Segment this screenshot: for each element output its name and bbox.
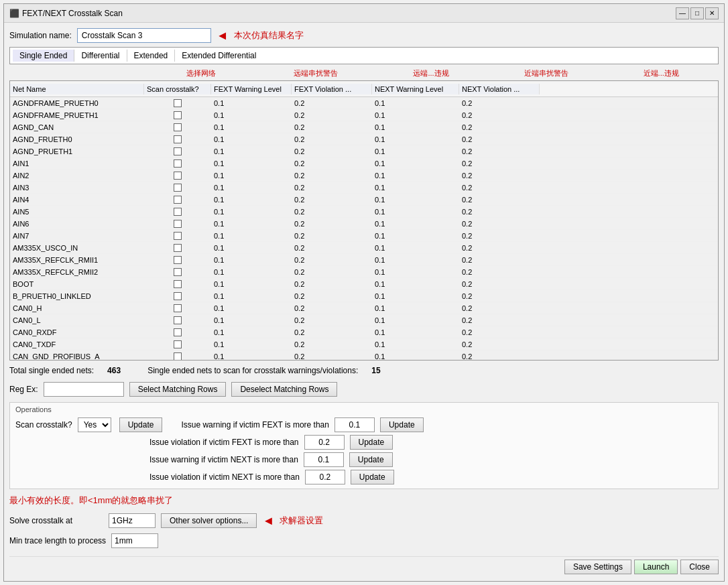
tab-single-ended[interactable]: Single Ended [13,50,74,62]
scan-checkbox-cell[interactable] [144,340,211,349]
fext-warn-update-btn[interactable]: Update [380,417,424,432]
scan-checkbox[interactable] [174,196,182,204]
scan-crosstalk-select[interactable]: Yes No [78,417,111,432]
scan-checkbox[interactable] [174,135,182,143]
scan-checkbox-cell[interactable] [144,267,211,277]
scan-checkbox-cell[interactable] [144,255,211,265]
sim-name-input[interactable] [77,28,211,43]
table-row: BOOT0.10.20.10.2 [10,278,718,290]
scan-checkbox[interactable] [174,352,182,361]
solve-at-input[interactable] [109,513,156,528]
next-warn-update-btn[interactable]: Update [349,452,393,467]
scan-checkbox[interactable] [174,280,182,288]
next-viol-update-btn[interactable]: Update [351,470,394,484]
fext-viol-cell: 0.2 [292,279,372,289]
scan-checkbox[interactable] [174,220,182,228]
scan-crosstalk-update-btn[interactable]: Update [119,417,163,432]
scan-checkbox-cell[interactable] [144,183,211,192]
scan-checkbox[interactable] [174,316,182,324]
maximize-button[interactable]: □ [690,7,704,19]
scan-checkbox[interactable] [174,123,182,131]
scan-checkbox[interactable] [174,159,182,168]
fext-warn-cell: 0.1 [211,243,292,253]
tab-extended[interactable]: Extended [127,50,176,62]
tab-extended-differential[interactable]: Extended Differential [175,50,263,62]
scan-checkbox[interactable] [174,244,182,252]
window-icon: ⬛ [9,9,19,18]
fext-viol-update-btn[interactable]: Update [350,435,393,450]
scan-checkbox-cell[interactable] [144,147,211,156]
next-viol-row: Issue violation if victim NEXT is more t… [149,468,713,486]
scan-checkbox[interactable] [174,208,182,216]
sim-name-arrow: ◄ [217,29,229,43]
scan-checkbox-cell[interactable] [144,231,211,241]
next-warn-input[interactable] [304,452,344,467]
net-name-cell: AM335X_USCO_IN [10,243,144,253]
net-name-cell: AIN2 [10,171,144,180]
net-name-cell: CAN0_H [10,304,144,313]
scan-checkbox-cell[interactable] [144,304,211,313]
th-net-name: Net Name [10,84,144,94]
scan-checkbox-cell[interactable] [144,279,211,289]
scan-checkbox-cell[interactable] [144,352,211,361]
min-trace-input[interactable] [111,533,158,548]
fext-viol-cell: 0.2 [292,267,372,277]
save-settings-btn[interactable]: Save Settings [564,560,631,574]
select-matching-btn[interactable]: Select Matching Rows [129,382,227,397]
table-row: AM335X_REFCLK_RMII10.10.20.10.2 [10,254,718,266]
table-row: AGNDFRAME_PRUETH00.10.20.10.2 [10,97,718,109]
fext-warn-cell: 0.1 [211,99,292,108]
deselect-matching-btn[interactable]: Deselect Matching Rows [231,382,337,397]
close-btn[interactable]: Close [680,560,719,574]
next-viol-input[interactable] [305,470,345,484]
close-button[interactable]: ✕ [705,7,719,19]
solver-section: Solve crosstalk at Other solver options.… [9,512,719,549]
table-header: Net Name Scan crosstalk? FEXT Warning Le… [10,81,718,97]
scan-checkbox-cell[interactable] [144,111,211,120]
tabs-bar: Single Ended Differential Extended Exten… [9,47,719,64]
scan-checkbox-cell[interactable] [144,171,211,180]
scan-checkbox[interactable] [174,256,182,264]
scan-checkbox-cell[interactable] [144,219,211,229]
other-solver-options-btn[interactable]: Other solver options... [161,513,257,528]
scan-checkbox[interactable] [174,232,182,240]
scan-checkbox-cell[interactable] [144,195,211,204]
scan-checkbox-cell[interactable] [144,123,211,132]
next-viol-cell: 0.2 [459,231,540,241]
scan-checkbox[interactable] [174,340,182,348]
scan-checkbox-cell[interactable] [144,328,211,337]
next-warn-cell: 0.1 [372,291,459,301]
scan-checkbox[interactable] [174,172,182,180]
tab-differential[interactable]: Differential [74,50,127,62]
scan-checkbox[interactable] [174,304,182,312]
launch-btn[interactable]: Launch [634,560,678,574]
scan-checkbox[interactable] [174,184,182,192]
scan-checkbox-cell[interactable] [144,99,211,108]
table-row: AGNDFRAME_PRUETH10.10.20.10.2 [10,109,718,121]
scan-checkbox-cell[interactable] [144,207,211,216]
scan-checkbox[interactable] [174,147,182,155]
scan-checkbox[interactable] [174,99,182,107]
scan-checkbox[interactable] [174,268,182,276]
fext-warn-input[interactable] [335,417,375,432]
fext-warn-cell: 0.1 [211,159,292,168]
scan-checkbox-cell[interactable] [144,135,211,144]
scan-checkbox[interactable] [174,328,182,336]
fext-viol-input[interactable] [304,435,345,450]
next-warn-cell: 0.1 [372,316,459,325]
scan-checkbox-cell[interactable] [144,291,211,301]
scan-checkbox[interactable] [174,111,182,119]
regex-input[interactable] [44,382,124,397]
col-ann-next-warn: 近端串扰警告 [489,68,604,80]
fext-viol-cell: 0.2 [292,195,372,204]
fext-viol-cell: 0.2 [292,352,372,361]
table-row: CAN_GND_PROFIBUS_A0.10.20.10.2 [10,350,718,360]
scan-checkbox-cell[interactable] [144,316,211,325]
next-viol-cell: 0.2 [459,147,540,156]
table-row: AIN40.10.20.10.2 [10,194,718,206]
scan-checkbox[interactable] [174,292,182,300]
scan-crosstalk-label: Scan crosstalk? [15,420,72,430]
minimize-button[interactable]: — [676,7,689,19]
scan-checkbox-cell[interactable] [144,159,211,168]
scan-checkbox-cell[interactable] [144,243,211,253]
